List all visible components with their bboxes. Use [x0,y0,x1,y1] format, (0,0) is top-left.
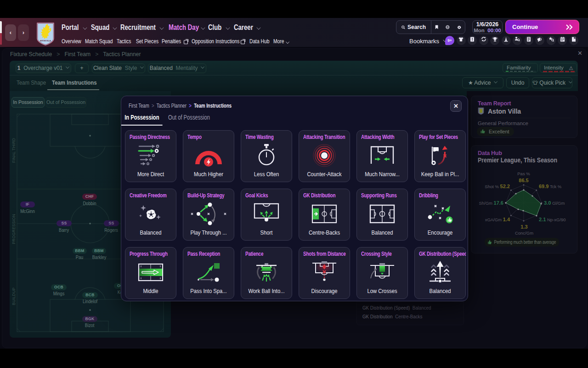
svg-text:ASTON VILLA: ASTON VILLA [40,40,51,42]
